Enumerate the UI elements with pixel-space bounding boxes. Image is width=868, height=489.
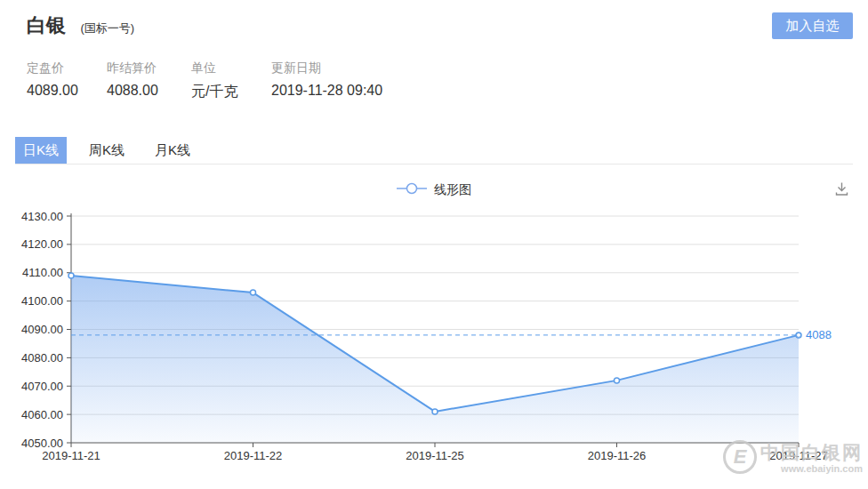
data-point[interactable] [251,290,256,295]
mark-line-end-dot [797,333,801,337]
kline-tabs: 日K线 周K线 月K线 [15,137,853,164]
legend-label: 线形图 [434,182,471,198]
download-icon[interactable] [833,180,850,201]
tab-monthly-kline[interactable]: 月K线 [147,137,198,164]
legend-line-series[interactable]: 线形图 [397,182,471,198]
stat-label: 单位 [191,60,271,76]
page-header: 白银 (国标一号) 加入自选 [0,0,868,39]
title-block: 白银 (国标一号) [27,12,134,39]
stat-value: 4089.00 [27,83,107,99]
page-title: 白银 [27,14,66,36]
add-watchlist-button[interactable]: 加入自选 [772,12,853,39]
stat-label: 昨结算价 [107,60,191,76]
mark-line-label: 4088 [806,328,832,341]
stat-value: 4088.00 [107,83,191,99]
x-tick-label: 2019-11-27 [769,449,828,462]
tab-daily-kline[interactable]: 日K线 [15,137,67,164]
stat-value: 2019-11-28 09:40 [271,83,382,99]
y-tick-label: 4110.00 [22,266,63,279]
data-point[interactable] [432,409,438,414]
data-point[interactable] [615,378,620,383]
x-tick-label: 2019-11-21 [42,449,100,462]
page-subtitle: (国标一号) [80,21,134,35]
y-tick-label: 4050.00 [21,437,63,450]
x-tick-label: 2019-11-22 [224,449,283,462]
x-tick-label: 2019-11-26 [588,449,647,462]
line-chart-svg: 4050.004060.004070.004080.004090.004100.… [0,207,868,476]
y-tick-label: 4080.00 [21,351,63,365]
stat-unit: 单位 元/千克 [191,60,271,101]
y-tick-label: 4060.00 [21,408,63,421]
price-chart: 4050.004060.004070.004080.004090.004100.… [0,207,868,479]
quote-stats-row: 定盘价 4089.00 昨结算价 4088.00 单位 元/千克 更新日期 20… [0,60,868,101]
stat-fixing-price: 定盘价 4089.00 [27,60,107,101]
y-tick-label: 4100.00 [21,294,63,308]
stat-value: 元/千克 [191,83,271,101]
stat-prev-settlement: 昨结算价 4088.00 [107,60,191,101]
legend-line-icon [397,182,427,198]
y-tick-label: 4090.00 [21,323,63,336]
y-tick-label: 4070.00 [21,380,63,393]
y-tick-label: 4120.00 [21,237,63,251]
data-point[interactable] [68,273,74,278]
stat-label: 更新日期 [271,60,382,76]
x-tick-label: 2019-11-25 [406,449,464,462]
silver-quote-page: 白银 (国标一号) 加入自选 定盘价 4089.00 昨结算价 4088.00 … [0,0,868,489]
stat-label: 定盘价 [27,60,107,76]
stat-update-time: 更新日期 2019-11-28 09:40 [271,60,382,101]
chart-toolbar: 线形图 [0,175,868,205]
y-tick-label: 4130.00 [21,210,63,223]
tab-weekly-kline[interactable]: 周K线 [81,137,133,164]
